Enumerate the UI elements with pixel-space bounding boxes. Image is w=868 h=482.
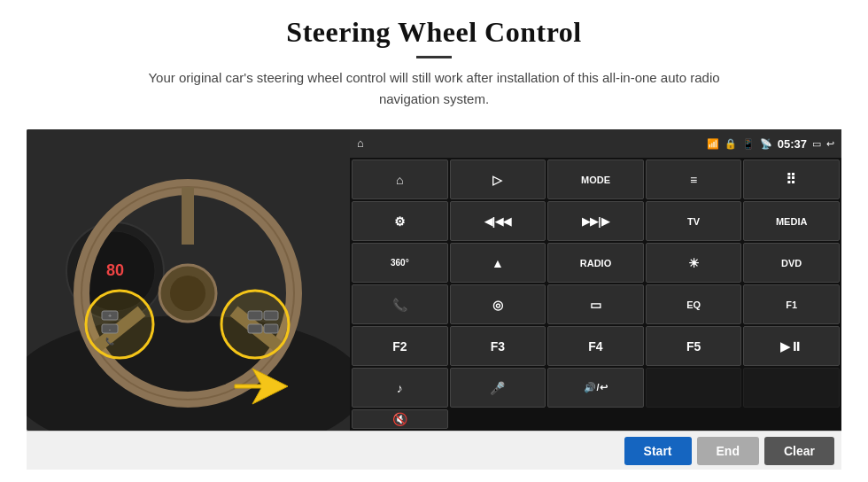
btn-eject[interactable]: ▲ (450, 243, 546, 283)
btn-f3[interactable]: F3 (450, 326, 546, 366)
svg-point-1 (27, 315, 350, 431)
btn-list[interactable]: ≡ (646, 159, 742, 199)
btn-phone[interactable]: 📞 (352, 284, 448, 324)
btn-brightness[interactable]: ☀ (646, 243, 742, 283)
btn-radio[interactable]: RADIO (547, 243, 644, 283)
time-display: 05:37 (778, 137, 807, 151)
window-icon: ▭ (812, 138, 821, 150)
svg-point-12 (86, 291, 153, 358)
bluetooth-icon: 📡 (760, 138, 772, 150)
svg-text:+: + (108, 313, 112, 319)
btn-volume-back[interactable]: 🔊/↩ (547, 368, 644, 408)
page-container: Steering Wheel Control Your original car… (0, 0, 868, 482)
subtitle: Your original car's steering wheel contr… (124, 67, 744, 110)
clear-button[interactable]: Clear (764, 437, 834, 465)
content-area: 80 + (27, 129, 841, 431)
end-button[interactable]: End (697, 437, 759, 465)
btn-navi[interactable]: ◎ (450, 284, 546, 324)
android-panel: ⌂ 📶 🔒 📱 📡 05:37 ▭ ↩ ⌂ ▷ MODE ≡ (350, 129, 841, 431)
sim-icon: 📱 (742, 138, 755, 150)
btn-mute[interactable]: 🔇 (352, 409, 448, 429)
svg-rect-21 (264, 311, 278, 320)
btn-eq[interactable]: EQ (646, 284, 742, 324)
btn-mode[interactable]: MODE (547, 159, 644, 199)
lock-icon: 🔒 (725, 138, 737, 150)
button-grid: ⌂ ▷ MODE ≡ 🔇 ⠿ ⚙ ◀|◀◀ ▶▶|▶ TV MEDIA 360°… (350, 158, 841, 431)
status-bar: ⌂ 📶 🔒 📱 📡 05:37 ▭ ↩ (350, 129, 841, 158)
btn-f5[interactable]: F5 (646, 326, 742, 366)
svg-point-11 (170, 276, 205, 311)
wifi-icon: 📶 (707, 138, 719, 150)
btn-settings[interactable]: ⚙ (352, 201, 448, 241)
btn-f4[interactable]: F4 (547, 326, 644, 366)
status-right: 📶 🔒 📱 📡 05:37 ▭ ↩ (707, 137, 834, 151)
btn-media[interactable]: MEDIA (743, 201, 840, 241)
back-icon: ↩ (826, 138, 834, 150)
btn-f1[interactable]: F1 (743, 284, 840, 324)
title-section: Steering Wheel Control Your original car… (124, 16, 744, 122)
title-divider (416, 56, 452, 58)
btn-r6c5 (743, 368, 840, 408)
btn-navigate[interactable]: ▷ (450, 159, 546, 199)
svg-rect-22 (264, 324, 278, 333)
svg-text:80: 80 (106, 261, 124, 279)
home-icon: ⌂ (357, 136, 364, 151)
action-bar: Start End Clear (27, 431, 841, 470)
page-title: Steering Wheel Control (124, 16, 744, 49)
btn-next[interactable]: ▶▶|▶ (547, 201, 644, 241)
svg-text:📞: 📞 (105, 337, 114, 346)
btn-mic[interactable]: 🎤 (450, 368, 546, 408)
btn-360[interactable]: 360° (352, 243, 448, 283)
status-left: ⌂ (357, 136, 364, 151)
btn-dvd[interactable]: DVD (743, 243, 840, 283)
btn-screen[interactable]: ▭ (547, 284, 644, 324)
svg-rect-19 (248, 311, 262, 320)
btn-home[interactable]: ⌂ (352, 159, 448, 199)
btn-prev[interactable]: ◀|◀◀ (450, 201, 546, 241)
btn-playpause[interactable]: ▶⏸ (743, 326, 840, 366)
btn-music[interactable]: ♪ (352, 368, 448, 408)
steering-wheel-image: 80 + (27, 129, 350, 431)
btn-f2[interactable]: F2 (352, 326, 448, 366)
btn-r6c4 (646, 368, 742, 408)
svg-rect-20 (248, 324, 262, 333)
btn-apps[interactable]: ⠿ (743, 159, 840, 199)
btn-tv[interactable]: TV (646, 201, 742, 241)
start-button[interactable]: Start (624, 437, 692, 465)
